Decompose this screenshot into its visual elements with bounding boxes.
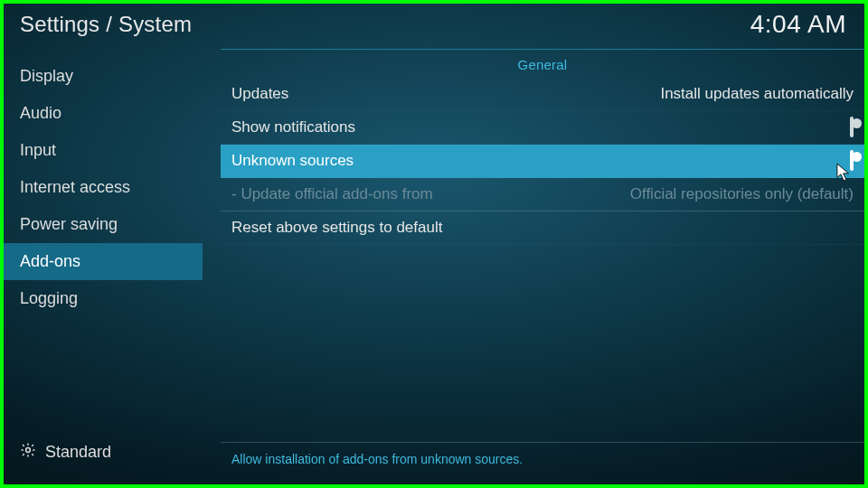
toggle-icon — [850, 117, 854, 137]
settings-level-label: Standard — [45, 443, 111, 462]
help-text: Allow installation of add-ons from unkno… — [221, 442, 864, 484]
sidebar-item-add-ons[interactable]: Add-ons — [4, 243, 203, 280]
toggle-off[interactable] — [850, 152, 854, 170]
sidebar-item-internet-access[interactable]: Internet access — [4, 169, 203, 206]
breadcrumb: Settings / System — [20, 12, 192, 37]
main-panel: General Updates Install updates automati… — [203, 49, 864, 484]
sidebar-item-label: Input — [20, 141, 56, 159]
gear-icon — [20, 442, 36, 463]
sidebar-item-input[interactable]: Input — [4, 132, 203, 169]
sidebar-item-label: Power saving — [20, 215, 118, 233]
clock: 4:04 AM — [750, 10, 846, 39]
settings-level-button[interactable]: Standard — [4, 433, 203, 484]
sidebar: Display Audio Input Internet access Powe… — [4, 49, 203, 484]
row-reset-defaults[interactable]: Reset above settings to default — [221, 211, 864, 245]
header: Settings / System 4:04 AM — [4, 4, 864, 49]
sidebar-item-label: Logging — [20, 289, 78, 307]
row-show-notifications[interactable]: Show notifications — [221, 111, 864, 145]
section-header: General — [221, 50, 864, 78]
row-label: Show notifications — [231, 118, 355, 136]
row-updates[interactable]: Updates Install updates automatically — [221, 78, 864, 111]
sidebar-item-label: Internet access — [20, 178, 130, 196]
toggle-off[interactable] — [850, 118, 854, 136]
row-unknown-sources[interactable]: Unknown sources — [221, 145, 864, 178]
svg-point-0 — [26, 448, 31, 453]
sidebar-nav: Display Audio Input Internet access Powe… — [4, 58, 203, 317]
row-label: - Update official add-ons from — [231, 185, 433, 203]
sidebar-item-audio[interactable]: Audio — [4, 95, 203, 132]
sidebar-item-label: Display — [20, 67, 73, 85]
sidebar-item-logging[interactable]: Logging — [4, 280, 203, 317]
row-label: Updates — [231, 85, 288, 103]
row-update-official-addons-from[interactable]: - Update official add-ons from Official … — [221, 178, 864, 211]
sidebar-item-display[interactable]: Display — [4, 58, 203, 95]
sidebar-item-label: Add-ons — [20, 252, 80, 270]
sidebar-item-power-saving[interactable]: Power saving — [4, 206, 203, 243]
sidebar-item-label: Audio — [20, 104, 61, 122]
row-label: Unknown sources — [231, 152, 354, 170]
row-value: Official repositories only (default) — [630, 185, 854, 203]
row-label: Reset above settings to default — [231, 219, 442, 237]
row-value: Install updates automatically — [660, 85, 854, 103]
toggle-icon — [850, 150, 854, 171]
